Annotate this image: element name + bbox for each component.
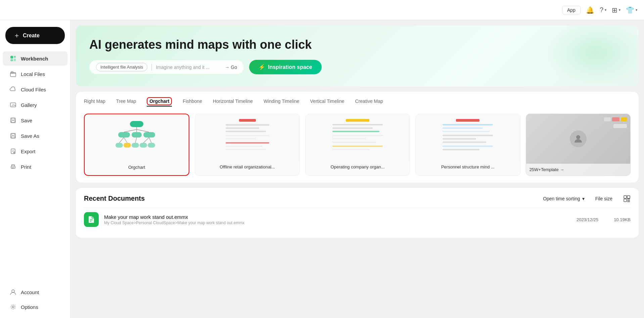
sidebar-item-account[interactable]: Account (3, 285, 67, 299)
svg-rect-54 (456, 119, 479, 122)
go-button[interactable]: → Go (221, 65, 237, 70)
template-card-orgchart[interactable]: Orgchart (84, 114, 189, 176)
svg-rect-64 (624, 196, 627, 198)
sidebar-item-save-as[interactable]: Save As (3, 129, 67, 143)
tab-vertical-timeline[interactable]: Vertical Timeline (310, 98, 344, 107)
svg-rect-65 (627, 196, 630, 198)
local-files-label: Local Files (21, 71, 45, 77)
template-cards-row: Orgchart (84, 114, 631, 176)
sort-button[interactable]: Open time sorting ▾ (543, 196, 585, 201)
svg-rect-44 (226, 149, 266, 150)
notification-icon[interactable]: 🔔 (586, 6, 594, 14)
svg-line-34 (143, 137, 149, 143)
export-label: Export (21, 149, 35, 154)
banner-search-container[interactable]: Intelligent file Analysis Imagine anythi… (89, 60, 244, 74)
create-button[interactable]: ＋ Create (5, 27, 65, 44)
tab-tree-map[interactable]: Tree Map (116, 98, 136, 107)
svg-rect-29 (140, 143, 147, 148)
recent-section: Recent Documents Open time sorting ▾ Fil… (76, 188, 639, 238)
personnel-structure-preview (416, 114, 520, 161)
svg-rect-21 (143, 132, 155, 137)
help-icon[interactable]: ? ▾ (600, 6, 606, 14)
grid-icon[interactable]: ⊞ ▾ (612, 6, 620, 14)
svg-rect-42 (226, 142, 269, 144)
recent-header: Recent Documents Open time sorting ▾ Fil… (84, 195, 631, 202)
print-icon (9, 163, 17, 170)
sidebar-item-cloud-files[interactable]: Cloud Files (3, 82, 67, 96)
save-as-icon (9, 132, 17, 140)
file-size-label: File size (595, 196, 612, 201)
offline-retail-label: Offline retail organizational... (195, 161, 299, 173)
svg-rect-26 (116, 143, 123, 148)
svg-rect-66 (624, 199, 627, 202)
sidebar-item-local-files[interactable]: Local Files (3, 67, 67, 81)
recent-controls: Open time sorting ▾ File size (543, 195, 631, 202)
doc-icon (84, 212, 99, 227)
sidebar-item-save[interactable]: Save (3, 113, 67, 127)
save-as-label: Save As (21, 133, 39, 139)
svg-rect-0 (10, 56, 13, 58)
svg-line-33 (135, 137, 137, 143)
sidebar-item-export[interactable]: Export (3, 144, 67, 158)
svg-rect-3 (14, 58, 16, 61)
svg-rect-9 (11, 121, 15, 122)
export-icon (9, 148, 17, 155)
operating-company-label: Operating company organ... (306, 161, 410, 173)
doc-row[interactable]: Make your map work stand out.emmx My Clo… (84, 208, 631, 231)
template-card-more[interactable]: 25W+Template → (526, 114, 631, 176)
offline-retail-svg (219, 117, 276, 158)
doc-date: 2023/12/25 (565, 217, 598, 222)
more-label[interactable]: 25W+Template → (526, 164, 630, 175)
sidebar-item-gallery[interactable]: Gallery (3, 98, 67, 112)
tab-creative-map[interactable]: Creative Map (355, 98, 383, 107)
svg-rect-39 (226, 131, 266, 132)
template-card-operating-company[interactable]: Operating company organ... (305, 114, 410, 176)
svg-line-23 (124, 129, 137, 132)
svg-rect-12 (11, 136, 15, 138)
tab-horizontal-timeline[interactable]: Horizontal Timeline (213, 98, 253, 107)
user-icon[interactable]: 👕 ▾ (626, 6, 637, 14)
tab-winding-timeline[interactable]: Winding Timeline (264, 98, 300, 107)
svg-rect-20 (132, 132, 142, 137)
inspiration-button[interactable]: ⚡ Inspiration space (249, 60, 322, 74)
tab-orgchart-label: Orgchart (147, 97, 172, 105)
main-layout: ＋ Create Workbench Local Files Cloud Fil… (0, 20, 644, 318)
svg-rect-57 (443, 131, 490, 132)
sidebar-item-print[interactable]: Print (3, 160, 67, 174)
template-card-personnel-structure[interactable]: Personnel structure mind ... (415, 114, 520, 176)
svg-rect-37 (226, 124, 269, 126)
view-toggle[interactable] (623, 195, 631, 202)
svg-rect-60 (443, 142, 486, 143)
search-placeholder: Imagine anything and it ... (156, 65, 210, 70)
cloud-files-label: Cloud Files (21, 87, 46, 92)
search-divider (151, 64, 152, 71)
svg-rect-55 (443, 124, 493, 125)
svg-rect-41 (226, 138, 256, 140)
svg-line-25 (137, 129, 149, 132)
gallery-icon (9, 101, 17, 109)
sidebar-item-workbench[interactable]: Workbench (3, 51, 67, 66)
operating-company-preview (306, 114, 410, 161)
orgchart-preview (85, 114, 189, 161)
plus-icon: ＋ (13, 31, 20, 40)
svg-rect-5 (11, 72, 13, 73)
personnel-structure-label: Personnel structure mind ... (416, 161, 520, 173)
svg-rect-43 (226, 146, 263, 147)
svg-rect-49 (332, 135, 383, 136)
workbench-label: Workbench (21, 56, 48, 62)
svg-rect-18 (130, 121, 143, 127)
file-analysis-tag[interactable]: Intelligent file Analysis (96, 63, 147, 71)
personnel-structure-svg (439, 117, 496, 158)
svg-rect-58 (443, 135, 493, 136)
tab-right-map[interactable]: Right Map (84, 98, 105, 107)
tab-fishbone[interactable]: Fishbone (183, 98, 202, 107)
user-caret: ▾ (636, 8, 637, 12)
svg-rect-46 (332, 124, 383, 125)
operating-company-svg (329, 117, 386, 158)
svg-rect-8 (12, 118, 14, 120)
sidebar-item-options[interactable]: Options (3, 300, 67, 314)
banner: AI generates mind maps with one click In… (76, 26, 639, 86)
app-button[interactable]: App (562, 6, 581, 14)
template-card-offline-retail[interactable]: Offline retail organizational... (195, 114, 300, 176)
tab-orgchart[interactable]: Orgchart (147, 98, 172, 107)
